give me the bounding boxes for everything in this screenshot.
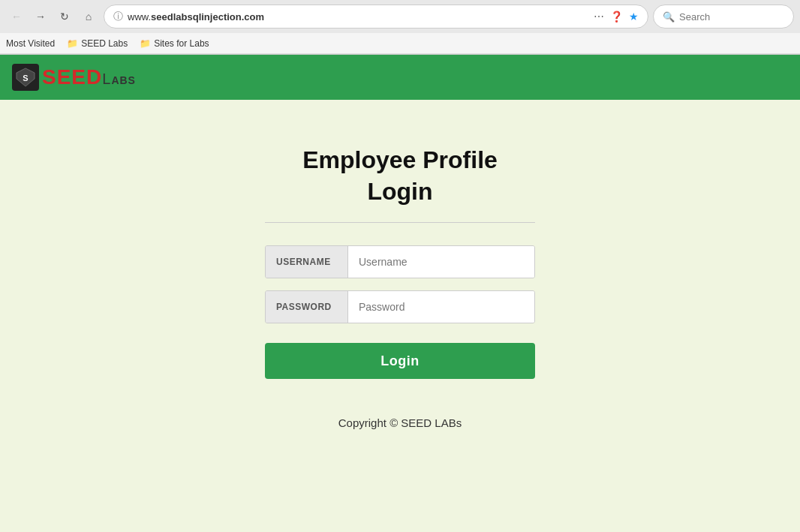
logo-seed-text: SEED — [42, 65, 102, 89]
title-line2: Login — [367, 178, 432, 205]
overflow-menu-icon[interactable]: ⋯ — [594, 11, 604, 23]
search-magnifier-icon: 🔍 — [663, 11, 675, 23]
nav-buttons: ← → ↻ ⌂ — [6, 6, 99, 27]
info-icon: ⓘ — [113, 10, 123, 23]
browser-toolbar: ← → ↻ ⌂ ⓘ www.seedlabsqlinjection.com ⋯ … — [0, 0, 800, 33]
back-button[interactable]: ← — [6, 6, 27, 27]
logo-text: SEEDLABS — [42, 65, 136, 89]
seed-labs-label: SEED Labs — [81, 38, 128, 49]
url-text: www.seedlabsqlinjection.com — [128, 11, 589, 23]
page-content: Employee Profile Login USERNAME PASSWORD… — [0, 100, 800, 532]
title-divider — [265, 222, 535, 223]
folder-icon-sites-for-labs: 📁 — [140, 38, 151, 49]
bookmark-most-visited[interactable]: Most Visited — [6, 38, 55, 49]
bookmark-sites-for-labs[interactable]: 📁 Sites for Labs — [140, 38, 209, 49]
forward-button[interactable]: → — [30, 6, 51, 27]
username-input-group: USERNAME — [265, 245, 535, 278]
svg-text:S: S — [23, 74, 28, 83]
address-bar-icons: ⋯ ❓ ★ — [594, 11, 639, 23]
username-label: USERNAME — [266, 246, 348, 278]
login-form: USERNAME PASSWORD Login — [265, 245, 535, 379]
reload-button[interactable]: ↻ — [54, 6, 75, 27]
login-button[interactable]: Login — [265, 343, 535, 379]
logo: S SEEDLABS — [12, 64, 136, 91]
bookmark-star-icon[interactable]: ★ — [629, 11, 639, 23]
login-title: Employee Profile Login — [302, 145, 498, 207]
bookmarks-bar: Most Visited 📁 SEED Labs 📁 Sites for Lab… — [0, 33, 800, 54]
home-button[interactable]: ⌂ — [78, 6, 99, 27]
search-input[interactable] — [679, 11, 784, 23]
copyright-text: Copyright © SEED LABs — [338, 416, 462, 429]
url-bold-part: seedlabsqlinjection.com — [151, 11, 264, 23]
pocket-icon[interactable]: ❓ — [610, 11, 623, 23]
password-label: PASSWORD — [266, 291, 348, 323]
title-line1: Employee Profile — [302, 146, 498, 173]
shield-svg-icon: S — [15, 67, 36, 88]
password-input-group: PASSWORD — [265, 290, 535, 323]
folder-icon-seed-labs: 📁 — [67, 38, 78, 49]
bookmark-seed-labs[interactable]: 📁 SEED Labs — [67, 38, 128, 49]
sites-for-labs-label: Sites for Labs — [154, 38, 209, 49]
logo-labs-text: LABS — [102, 71, 136, 87]
site-header: S SEEDLABS — [0, 55, 800, 100]
search-bar-widget[interactable]: 🔍 — [653, 5, 794, 29]
username-input[interactable] — [348, 246, 534, 278]
logo-shield: S — [12, 64, 39, 91]
address-bar[interactable]: ⓘ www.seedlabsqlinjection.com ⋯ ❓ ★ — [104, 5, 648, 29]
most-visited-label: Most Visited — [6, 38, 55, 49]
browser-chrome: ← → ↻ ⌂ ⓘ www.seedlabsqlinjection.com ⋯ … — [0, 0, 800, 55]
password-input[interactable] — [348, 291, 534, 323]
